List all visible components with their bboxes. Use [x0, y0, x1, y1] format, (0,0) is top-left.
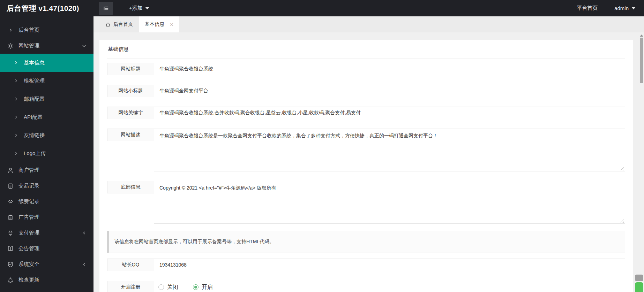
sidebar: 后台首页 网站管理 基本信息 模板管理 邮箱配置: [0, 16, 93, 292]
user-icon: [7, 167, 14, 174]
sidebar-item-security[interactable]: 系统安全: [0, 256, 93, 272]
add-dropdown-label: +添加: [129, 5, 143, 11]
add-dropdown[interactable]: +添加: [129, 5, 149, 11]
handshake-icon: [7, 198, 14, 205]
register-radio-open[interactable]: 开启: [193, 284, 213, 291]
sidebar-subitem-logo-upload[interactable]: Logo上传: [0, 144, 93, 162]
field-label: 网站关键字: [107, 107, 154, 119]
sidebar-item-payments[interactable]: 支付管理: [0, 225, 93, 241]
user-menu[interactable]: admin: [614, 5, 636, 11]
tab-bar: 后台首页 基本信息 ×: [93, 16, 644, 32]
sidebar-item-dashboard[interactable]: 后台首页: [0, 22, 93, 38]
field-label: 开启注册: [107, 281, 154, 292]
topbar-right: 平台首页 admin: [577, 5, 644, 11]
footer-info-note: 该信息将在网站首页底部显示，可以用于展示备案号等，支持HTML代码。: [107, 231, 625, 253]
sidebar-item-site-management[interactable]: 网站管理: [0, 38, 93, 54]
form-row-site-description: 网站描述 牛角源码聚合收银台系统是一款聚合全网支付平台收款的系统，集合了多种支付…: [107, 129, 625, 171]
chevron-down-icon: [82, 44, 87, 48]
basic-info-panel: 基础信息 网站标题 网站小标题 网站关键字 网站描述 牛角源码聚合收银台系统是一…: [99, 40, 633, 292]
tab-label: 后台首页: [113, 21, 133, 28]
radio-label: 关闭: [167, 284, 178, 291]
chevron-left-icon: [82, 262, 87, 267]
username: admin: [614, 5, 629, 11]
webmaster-qq-input[interactable]: [154, 259, 625, 271]
form-row-register-toggle: 开启注册 关闭 开启: [107, 281, 625, 292]
fixbar-action-button[interactable]: [635, 282, 643, 292]
radio-icon: [158, 284, 164, 290]
register-radio-group: 关闭 开启: [154, 281, 227, 292]
scrollbar[interactable]: [639, 32, 644, 292]
chevron-down-icon: [631, 7, 636, 9]
form-row-site-title: 网站标题: [107, 63, 625, 75]
radio-label: 开启: [202, 284, 213, 291]
field-label: 站长QQ: [107, 259, 154, 271]
sidebar-item-ads[interactable]: 广告管理: [0, 209, 93, 225]
chevron-right-icon: [14, 133, 19, 137]
chevron-right-icon: [14, 61, 19, 65]
sidebar-subitem-template[interactable]: 模板管理: [0, 72, 93, 90]
chevron-right-icon: [14, 79, 19, 83]
chevron-left-icon: [82, 231, 87, 235]
fixbar: [635, 275, 643, 292]
form-row-site-subtitle: 网站小标题: [107, 85, 625, 97]
sidebar-subitem-basic-info[interactable]: 基本信息: [0, 54, 93, 72]
site-description-textarea[interactable]: 牛角源码聚合收银台系统是一款聚合全网支付平台收款的系统，集合了多种支付方式，方便…: [154, 129, 625, 171]
sidebar-item-renewals[interactable]: 续费记录: [0, 194, 93, 209]
footer-info-textarea[interactable]: Copyright © 2021 <a href="#">牛角源码</a> 版权…: [154, 181, 625, 224]
topbar: 后台管理 v1.47(1020) +添加 平台首页 admin: [0, 0, 644, 16]
app-title: 后台管理 v1.47(1020): [0, 3, 93, 13]
chevron-right-icon: [14, 151, 19, 155]
scroll-up-arrow-icon[interactable]: [640, 34, 643, 37]
tab-label: 基本信息: [145, 21, 164, 28]
plug-icon: [7, 230, 14, 237]
scrollbar-thumb[interactable]: [640, 38, 643, 83]
site-keywords-input[interactable]: [154, 107, 625, 119]
chevron-right-icon: [7, 27, 14, 34]
field-label: 网站小标题: [107, 85, 154, 97]
menu-toggle-icon: [103, 5, 109, 11]
update-icon: [7, 277, 14, 284]
form-row-webmaster-qq: 站长QQ: [107, 259, 625, 271]
gear-icon: [7, 43, 14, 49]
form-row-footer-info: 底部信息 Copyright © 2021 <a href="#">牛角源码</…: [107, 181, 625, 224]
sidebar-subitem-email-config[interactable]: 邮箱配置: [0, 90, 93, 108]
fixbar-top-button[interactable]: [635, 275, 643, 281]
site-title-input[interactable]: [154, 63, 625, 75]
chevron-down-icon: [145, 7, 149, 9]
menu-toggle-button[interactable]: [99, 2, 113, 15]
shield-check-icon: [7, 261, 14, 268]
tab-home[interactable]: 后台首页: [99, 16, 139, 32]
sidebar-subitem-friend-links[interactable]: 友情链接: [0, 126, 93, 144]
chevron-right-icon: [14, 97, 19, 101]
site-subtitle-input[interactable]: [154, 85, 625, 97]
close-icon[interactable]: ×: [170, 22, 173, 28]
document-icon: [7, 183, 14, 190]
sidebar-subitem-api-config[interactable]: API配置: [0, 108, 93, 126]
main-area: 后台首页 基本信息 × 基础信息 网站标题 网站小标题 网站关键字 网站描述: [93, 16, 644, 292]
field-label: 底部信息: [107, 181, 154, 193]
sidebar-item-check-update[interactable]: 检查更新: [0, 272, 93, 288]
sidebar-item-merchants[interactable]: 商户管理: [0, 162, 93, 178]
home-icon: [105, 22, 111, 27]
content-area: 基础信息 网站标题 网站小标题 网站关键字 网站描述 牛角源码聚合收银台系统是一…: [93, 32, 644, 292]
textarea-wrap: 牛角源码聚合收银台系统是一款聚合全网支付平台收款的系统，集合了多种支付方式，方便…: [154, 129, 625, 171]
register-radio-close[interactable]: 关闭: [158, 284, 178, 291]
panel-title: 基础信息: [107, 46, 625, 59]
radio-icon: [193, 284, 199, 290]
clipboard-icon: [7, 214, 14, 221]
field-label: 网站描述: [107, 129, 154, 141]
textarea-wrap: Copyright © 2021 <a href="#">牛角源码</a> 版权…: [154, 181, 625, 224]
sidebar-item-announcements[interactable]: 公告管理: [0, 241, 93, 256]
platform-home-link[interactable]: 平台首页: [577, 5, 598, 11]
chevron-right-icon: [14, 115, 19, 119]
field-label: 网站标题: [107, 63, 154, 75]
tab-basic-info[interactable]: 基本信息 ×: [139, 16, 179, 32]
sidebar-item-transactions[interactable]: 交易记录: [0, 178, 93, 194]
form-row-site-keywords: 网站关键字: [107, 107, 625, 119]
book-icon: [7, 245, 14, 252]
